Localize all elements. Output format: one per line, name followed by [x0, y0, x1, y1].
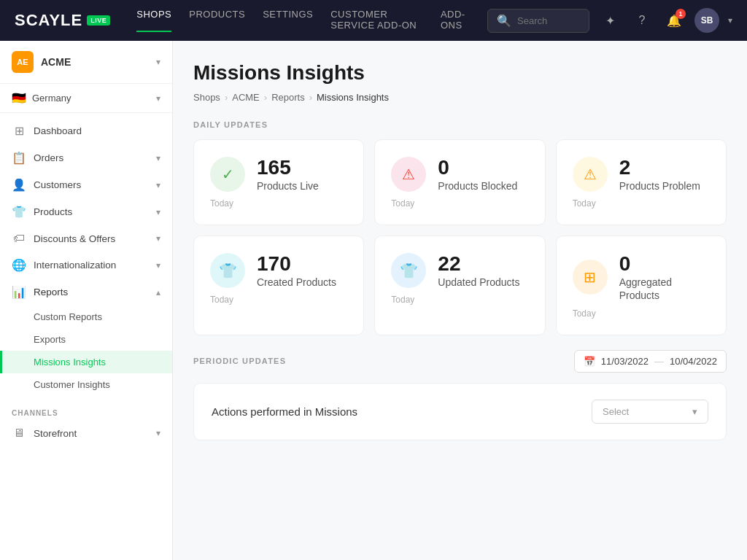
stat-card-aggregated-products: ⊞ 0 Aggregated Products Today	[556, 236, 727, 335]
nav-link-products[interactable]: PRODUCTS	[189, 9, 245, 32]
customers-icon: 👤	[12, 178, 26, 192]
account-chevron-icon: ▾	[156, 57, 160, 67]
created-products-date: Today	[210, 295, 347, 305]
nav-link-settings[interactable]: SETTINGS	[263, 9, 313, 32]
channels-label: CHANNELS	[0, 400, 172, 420]
magic-icon-btn[interactable]: ✦	[598, 9, 622, 32]
sidebar-label-orders: Orders	[34, 152, 63, 163]
products-problem-label: Products Problem	[619, 179, 700, 192]
created-products-icon: 👕	[210, 253, 245, 288]
logo-badge: LIVE	[87, 15, 110, 26]
reports-chevron-icon: ▴	[156, 287, 160, 298]
sidebar-label-storefront: Storefront	[34, 428, 77, 439]
nav-link-shops[interactable]: SHOPS	[136, 9, 171, 32]
stat-card-created-products: 👕 170 Created Products Today	[193, 236, 364, 335]
logo-text: SCAYLE	[15, 11, 82, 30]
sidebar-label-dashboard: Dashboard	[34, 125, 82, 136]
sidebar-label-discounts: Discounts & Offers	[34, 233, 115, 244]
notif-badge: 1	[676, 9, 686, 19]
page-title: Missions Insights	[193, 61, 727, 85]
sidebar-item-dashboard[interactable]: ⊞ Dashboard	[0, 117, 172, 144]
nav-right: 🔍 ✦ ? 🔔 1 SB ▾	[487, 8, 732, 33]
sidebar: AE ACME ▾ 🇩🇪 Germany ▾ ⊞ Dashboard	[0, 41, 173, 560]
search-input[interactable]	[517, 15, 580, 26]
periodic-card: Actions performed in Missions Select ▾	[193, 383, 727, 440]
stat-card-products-blocked: ⚠ 0 Products Blocked Today	[374, 139, 545, 225]
products-live-label: Products Live	[257, 179, 319, 192]
nav-link-customer-service[interactable]: CUSTOMER SERVICE ADD-ON	[330, 9, 423, 32]
breadcrumb-shops[interactable]: Shops	[193, 92, 220, 103]
logo: SCAYLE LIVE	[15, 11, 110, 30]
breadcrumb-sep-2: ›	[264, 92, 267, 103]
sidebar-item-orders[interactable]: 📋 Orders ▾	[0, 144, 172, 171]
breadcrumb-sep-3: ›	[309, 92, 312, 103]
products-problem-date: Today	[573, 198, 710, 209]
account-selector[interactable]: AE ACME ▾	[0, 41, 172, 84]
sidebar-item-reports[interactable]: 📊 Reports ▴	[0, 279, 172, 306]
sidebar-sub-item-custom-reports[interactable]: Custom Reports	[0, 306, 172, 328]
breadcrumb-acme[interactable]: ACME	[232, 92, 260, 103]
sidebar-item-storefront[interactable]: 🖥 Storefront ▾	[0, 420, 172, 446]
sidebar-item-discounts[interactable]: 🏷 Discounts & Offers ▾	[0, 225, 172, 252]
updated-products-number: 22	[438, 252, 519, 276]
search-box[interactable]: 🔍	[487, 9, 589, 33]
top-nav: SCAYLE LIVE SHOPS PRODUCTS SETTINGS CUST…	[0, 0, 747, 41]
breadcrumb-reports[interactable]: Reports	[271, 92, 305, 103]
products-live-icon: ✓	[210, 157, 245, 192]
periodic-header: PERIODIC UPDATES 📅 11/03/2022 — 10/04/20…	[193, 350, 727, 373]
intl-icon: 🌐	[12, 258, 26, 272]
stat-card-products-problem: ⚠ 2 Products Problem Today	[556, 139, 727, 225]
missions-select-dropdown[interactable]: Select ▾	[592, 400, 708, 424]
sidebar-label-products: Products	[34, 206, 72, 217]
date-range-picker[interactable]: 📅 11/03/2022 — 10/04/2022	[574, 350, 727, 373]
main-layout: AE ACME ▾ 🇩🇪 Germany ▾ ⊞ Dashboard	[0, 41, 747, 560]
date-end: 10/04/2022	[670, 356, 717, 367]
reports-icon: 📊	[12, 285, 26, 299]
storefront-chevron-icon: ▾	[156, 428, 160, 438]
products-live-date: Today	[210, 198, 347, 209]
stat-card-updated-products: 👕 22 Updated Products Today	[374, 236, 545, 335]
select-placeholder: Select	[603, 406, 629, 417]
aggregated-products-number: 0	[619, 252, 710, 276]
periodic-card-title: Actions performed in Missions	[212, 405, 357, 418]
discounts-chevron-icon: ▾	[156, 233, 160, 244]
products-blocked-number: 0	[438, 156, 517, 179]
country-name: Germany	[32, 93, 71, 104]
aggregated-products-icon: ⊞	[573, 260, 608, 295]
breadcrumb-current: Missions Insights	[317, 92, 389, 103]
date-sep: —	[654, 356, 664, 367]
products-live-number: 165	[257, 156, 319, 179]
products-blocked-icon: ⚠	[391, 157, 426, 192]
orders-icon: 📋	[12, 151, 26, 165]
sidebar-label-customers: Customers	[34, 179, 81, 190]
nav-link-add-ons[interactable]: ADD-ONS	[441, 9, 470, 32]
notification-btn[interactable]: 🔔 1	[662, 9, 686, 32]
sidebar-label-reports: Reports	[34, 287, 68, 298]
sidebar-item-internationalization[interactable]: 🌐 Internationalization ▾	[0, 252, 172, 279]
help-icon-btn[interactable]: ?	[630, 9, 654, 32]
created-products-number: 170	[257, 252, 336, 276]
user-avatar-btn[interactable]: SB	[694, 8, 719, 33]
user-menu-chevron[interactable]: ▾	[728, 15, 732, 26]
products-icon: 👕	[12, 205, 26, 219]
acme-avatar: AE	[12, 51, 34, 73]
search-icon: 🔍	[497, 14, 511, 28]
breadcrumb-sep-1: ›	[225, 92, 228, 103]
daily-updates-label: DAILY UPDATES	[193, 120, 727, 129]
sidebar-item-products[interactable]: 👕 Products ▾	[0, 198, 172, 225]
sidebar-sub-item-customer-insights[interactable]: Customer Insights	[0, 373, 172, 396]
stat-cards-grid: ✓ 165 Products Live Today ⚠ 0 Products B…	[193, 139, 727, 335]
created-products-label: Created Products	[257, 276, 336, 289]
updated-products-label: Updated Products	[438, 276, 519, 289]
orders-chevron-icon: ▾	[156, 153, 160, 163]
discounts-icon: 🏷	[12, 232, 26, 245]
sidebar-sub-item-exports[interactable]: Exports	[0, 328, 172, 351]
stat-card-products-live: ✓ 165 Products Live Today	[193, 139, 364, 225]
sidebar-label-intl: Internationalization	[34, 260, 116, 271]
storefront-icon: 🖥	[12, 427, 26, 440]
products-chevron-icon: ▾	[156, 207, 160, 217]
country-selector[interactable]: 🇩🇪 Germany ▾	[0, 84, 172, 113]
sidebar-sub-item-missions-insights[interactable]: Missions Insights	[0, 351, 172, 373]
account-left: AE ACME	[12, 51, 71, 73]
sidebar-item-customers[interactable]: 👤 Customers ▾	[0, 171, 172, 198]
